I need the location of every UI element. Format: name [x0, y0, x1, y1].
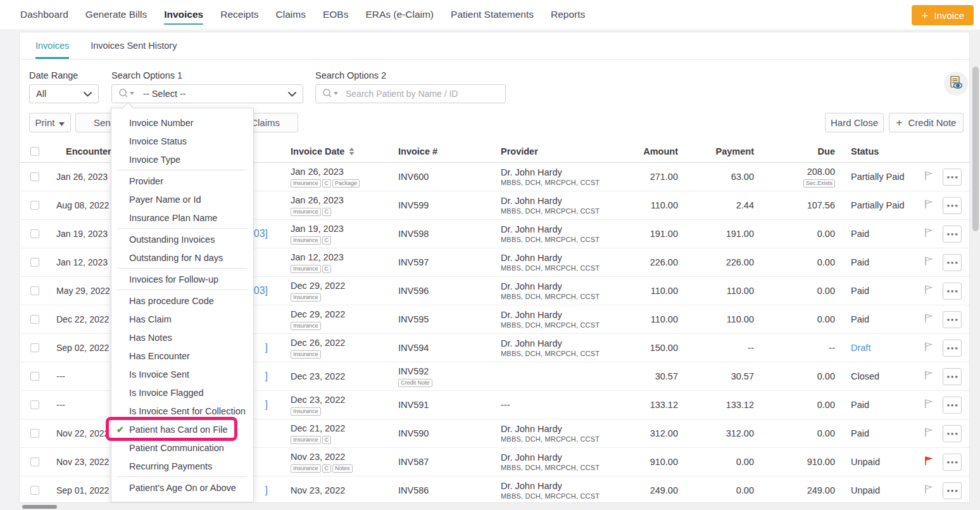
dropdown-item-invoice-number[interactable]: Invoice Number: [111, 113, 253, 132]
tab-invoices-sent-history[interactable]: Invoices Sent History: [91, 32, 177, 59]
flag-icon[interactable]: [924, 199, 933, 209]
invoice-date-cell: Jan 26, 2023InsuranceC: [272, 195, 379, 216]
nav-item-invoices[interactable]: Invoices: [164, 0, 203, 29]
nav-item-generate-bills[interactable]: Generate Bills: [85, 0, 147, 29]
dropdown-item-has-procedure-code[interactable]: Has procedure Code: [111, 291, 253, 310]
row-checkbox[interactable]: [30, 258, 39, 267]
nav-item-eobs[interactable]: EOBs: [323, 0, 348, 29]
patient-link[interactable]: ]: [265, 371, 268, 381]
row-checkbox[interactable]: [30, 172, 39, 181]
invoice-date-text: Dec 23, 2022: [291, 371, 379, 381]
nav-item-dashboard[interactable]: Dashboard: [20, 0, 68, 29]
flag-icon[interactable]: [924, 256, 933, 266]
row-actions-button[interactable]: ●●●: [943, 169, 962, 186]
row-actions-button[interactable]: ●●●: [943, 397, 962, 414]
patient-link[interactable]: 03]: [254, 228, 268, 239]
flag-icon[interactable]: [924, 427, 933, 437]
hard-close-button[interactable]: Hard Close: [825, 113, 884, 132]
nav-item-receipts[interactable]: Receipts: [220, 0, 258, 29]
dropdown-item-invoices-for-follow-up[interactable]: Invoices for Follow-up: [111, 270, 253, 288]
dropdown-item-outstanding-invoices[interactable]: Outstanding Invoices: [111, 230, 253, 248]
header-due[interactable]: Due: [754, 146, 835, 156]
dropdown-item-patient-has-card-on-file[interactable]: ✔Patient has Card on File: [111, 420, 253, 438]
date-range-value: All: [36, 89, 84, 99]
row-actions-button[interactable]: ●●●: [943, 368, 962, 385]
row-checkbox[interactable]: [30, 343, 39, 352]
sort-icon[interactable]: [349, 147, 355, 156]
patient-link[interactable]: ]: [265, 485, 268, 495]
dropdown-item-provider[interactable]: Provider: [111, 172, 253, 190]
due-amount: 0.00: [754, 428, 835, 438]
flag-icon[interactable]: [924, 398, 933, 409]
row-checkbox[interactable]: [30, 486, 39, 495]
invoice-date-badges: Insurance: [291, 349, 379, 359]
row-checkbox[interactable]: [30, 315, 39, 324]
patient-link[interactable]: ]: [265, 399, 268, 410]
nav-item-patient-statements[interactable]: Patient Statements: [451, 0, 534, 29]
vertical-scrollbar-thumb[interactable]: [972, 67, 979, 231]
dropdown-item-is-invoice-sent[interactable]: Is Invoice Sent: [111, 365, 253, 383]
nav-item-reports[interactable]: Reports: [551, 0, 585, 29]
horizontal-scrollbar-thumb[interactable]: [22, 505, 57, 509]
due-cell: 0.00: [754, 314, 835, 324]
flag-icon[interactable]: [924, 370, 933, 380]
header-invoice-date[interactable]: Invoice Date: [272, 146, 379, 156]
dropdown-item-is-invoice-sent-for-collection[interactable]: Is Invoice Sent for Collection: [111, 402, 253, 420]
dropdown-item-has-notes[interactable]: Has Notes: [111, 328, 253, 347]
header-provider[interactable]: Provider: [499, 146, 640, 156]
row-checkbox[interactable]: [30, 400, 39, 409]
status-cell: Paid: [835, 314, 914, 324]
dropdown-item-has-encounter[interactable]: Has Encounter: [111, 347, 253, 365]
dropdown-item-patient-s-age-on-or-above[interactable]: Patient's Age On or Above: [111, 478, 253, 497]
row-actions-button[interactable]: ●●●: [943, 197, 962, 214]
flag-icon[interactable]: [924, 170, 933, 181]
flag-icon[interactable]: [924, 227, 933, 238]
dropdown-item-patient-communication[interactable]: Patient Communication: [111, 438, 253, 457]
dropdown-item-recurring-payments[interactable]: Recurring Payments: [111, 457, 253, 475]
patient-link[interactable]: ]: [265, 342, 268, 353]
flag-icon[interactable]: [924, 341, 933, 352]
tab-invoices[interactable]: Invoices: [35, 32, 69, 59]
row-actions-button[interactable]: ●●●: [943, 340, 962, 357]
flag-icon[interactable]: [924, 313, 933, 323]
header-amount[interactable]: Amount: [640, 146, 678, 156]
row-checkbox[interactable]: [30, 372, 39, 381]
dropdown-item-invoice-type[interactable]: Invoice Type: [111, 150, 253, 169]
flag-icon[interactable]: [924, 456, 933, 466]
flag-icon[interactable]: [924, 284, 933, 295]
flag-icon[interactable]: [924, 484, 933, 494]
row-actions-button[interactable]: ●●●: [943, 425, 962, 442]
row-actions-button[interactable]: ●●●: [943, 311, 962, 328]
nav-item-eras-e-claim[interactable]: ERAs (e-Claim): [365, 0, 434, 29]
row-checkbox[interactable]: [30, 429, 39, 438]
credit-note-button[interactable]: + Credit Note: [889, 113, 964, 132]
header-encounter-date[interactable]: Encounter Date: [56, 146, 120, 156]
dropdown-item-invoice-status[interactable]: Invoice Status: [111, 132, 253, 150]
new-invoice-button[interactable]: + Invoice: [912, 5, 974, 25]
dropdown-item-has-claim[interactable]: Has Claim: [111, 310, 253, 328]
dropdown-item-insurance-plan-name[interactable]: Insurance Plan Name: [111, 208, 253, 227]
patient-link[interactable]: 03]: [254, 285, 268, 296]
row-actions-button[interactable]: ●●●: [943, 482, 962, 499]
dropdown-item-payer-name-or-id[interactable]: Payer Name or Id: [111, 190, 253, 208]
row-actions-button[interactable]: ●●●: [943, 226, 962, 243]
nav-item-claims[interactable]: Claims: [276, 0, 306, 29]
header-payment[interactable]: Payment: [678, 146, 754, 156]
header-status[interactable]: Status: [835, 146, 914, 156]
dropdown-item-outstanding-for-n-days[interactable]: Outstanding for N days: [111, 248, 253, 267]
row-actions-button[interactable]: ●●●: [943, 454, 962, 471]
print-button[interactable]: Print: [29, 113, 71, 132]
select-all-checkbox[interactable]: [30, 147, 39, 156]
row-checkbox[interactable]: [30, 201, 39, 210]
row-checkbox[interactable]: [30, 457, 39, 466]
search-options-1-select[interactable]: -- Select --: [111, 84, 303, 103]
dropdown-item-is-invoice-flagged[interactable]: Is Invoice Flagged: [111, 383, 253, 402]
row-actions-button[interactable]: ●●●: [943, 283, 962, 300]
header-invoice-number[interactable]: Invoice #: [379, 146, 499, 156]
row-checkbox[interactable]: [30, 286, 39, 295]
row-actions-button[interactable]: ●●●: [943, 254, 962, 271]
invoice-preview-settings-button[interactable]: [944, 72, 968, 96]
date-range-select[interactable]: All: [29, 84, 99, 103]
row-checkbox[interactable]: [30, 229, 39, 238]
patient-search-input[interactable]: [339, 89, 499, 99]
